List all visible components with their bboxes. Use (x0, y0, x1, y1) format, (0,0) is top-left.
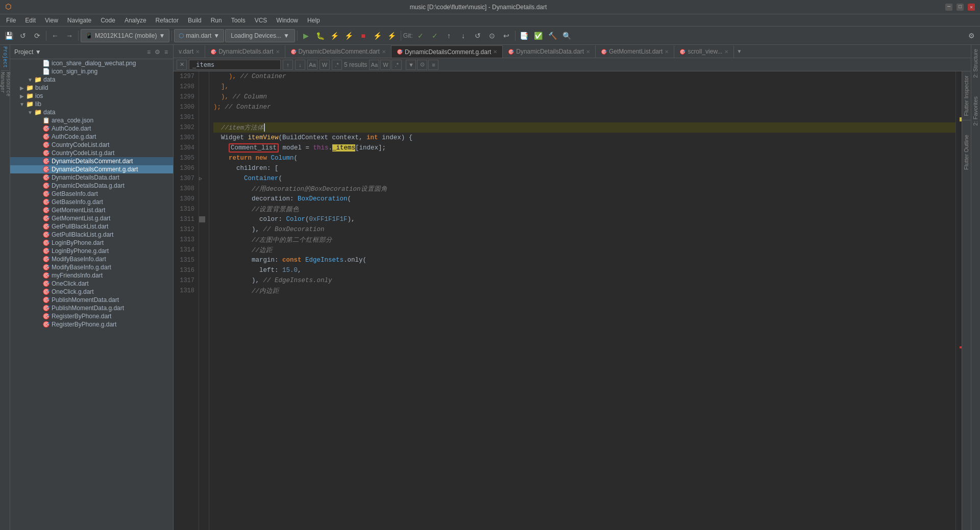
gear-icon[interactable]: ≡ (163, 47, 169, 57)
tree-item-getmomentlist[interactable]: 🎯 GetMomentList.dart (10, 206, 173, 214)
tree-item-authcode[interactable]: 🎯 AuthCode.dart (10, 124, 173, 133)
tree-item-authcode-g[interactable]: 🎯 AuthCode.g.dart (10, 133, 173, 141)
breakpoint-icon[interactable] (199, 216, 205, 222)
project-icon[interactable]: Project (0, 51, 11, 63)
flutter-inspector-tab[interactable]: Flutter Inspector (962, 71, 971, 120)
close-button[interactable]: ✕ (968, 4, 975, 11)
tree-item-countrycodelist-g[interactable]: 🎯 CountryCodeList.g.dart (10, 149, 173, 157)
tab-dynamicdetailsdata[interactable]: 🎯 DynamicDetailsData.dart ✕ (503, 45, 596, 58)
tab-dynamicdetails[interactable]: 🎯 DynamicDetails.dart ✕ (205, 45, 285, 58)
loading-devices-btn[interactable]: Loading Devices... ▼ (225, 29, 295, 42)
menu-help[interactable]: Help (303, 16, 324, 25)
tree-item-loginbyphone[interactable]: 🎯 LoginByPhone.dart (10, 239, 173, 247)
code-editor[interactable]: 1297 1298 1299 1300 1301 1302 1303 1304 … (174, 71, 962, 530)
tab-getmomentlist[interactable]: 🎯 GetMomentList.dart ✕ (596, 45, 674, 58)
close-tab-icon[interactable]: ✕ (724, 49, 728, 55)
menu-vcs[interactable]: VCS (251, 16, 272, 25)
toolbar-save-btn[interactable]: 💾 (2, 29, 15, 42)
maximize-button[interactable]: □ (957, 4, 964, 11)
structure-tab[interactable]: 2: Structure (971, 45, 980, 82)
git-revert-btn[interactable]: ↩ (500, 29, 513, 42)
tree-item-modifybaseinfo[interactable]: 🎯 ModifyBaseInfo.dart (10, 255, 173, 263)
tree-item-lib[interactable]: ▼ 📁 lib (10, 100, 173, 108)
match-word-btn[interactable]: W (320, 60, 330, 70)
tab-dynamicdetailscomment-g[interactable]: 🎯 DynamicDetailsComment.g.dart ✕ (391, 45, 503, 58)
bookmark-btn[interactable]: 📑 (518, 29, 531, 42)
profile-btn[interactable]: ⚡ (342, 29, 356, 42)
hot-restart-btn[interactable]: ⚡ (385, 29, 399, 42)
settings-icon[interactable]: ⚙ (154, 47, 161, 57)
match-case-btn[interactable]: Aa (307, 60, 317, 70)
tree-item-registerbyphone-g[interactable]: 🎯 RegisterByPhone.g.dart (10, 320, 173, 329)
tree-item-loginbyphone-g[interactable]: 🎯 LoginByPhone.g.dart (10, 247, 173, 255)
tree-item-getpullblacklist[interactable]: 🎯 GetPullBlackList.dart (10, 222, 173, 231)
tree-item-getbaseinfo-g[interactable]: 🎯 GetBaseInfo.g.dart (10, 198, 173, 206)
toolbar-refresh-btn[interactable]: ⟳ (31, 29, 44, 42)
next-result-btn[interactable]: ↓ (295, 60, 305, 70)
git-fetch-btn[interactable]: ↓ (457, 29, 470, 42)
menu-file[interactable]: File (2, 16, 20, 25)
tree-item-dynamicdetailsdata-g[interactable]: 🎯 DynamicDetailsData.g.dart (10, 182, 173, 190)
close-tab-icon[interactable]: ✕ (493, 49, 497, 55)
tab-v-dart[interactable]: v.dart ✕ (174, 45, 205, 58)
tree-item-dynamicdetailscomment[interactable]: 🎯 DynamicDetailsComment.dart (10, 157, 173, 165)
tree-item-getpullblacklist-g[interactable]: 🎯 GetPullBlackList.g.dart (10, 231, 173, 239)
menu-navigate[interactable]: Navigate (63, 16, 95, 25)
minimize-button[interactable]: ─ (945, 4, 952, 11)
menu-build[interactable]: Build (184, 16, 206, 25)
tree-item-modifybaseinfo-g[interactable]: 🎯 ModifyBaseInfo.g.dart (10, 263, 173, 271)
tab-dynamicdetailscomment[interactable]: 🎯 DynamicDetailsComment.dart ✕ (285, 45, 391, 58)
tab-scrollview[interactable]: 🎯 scroll_view... ✕ (674, 45, 734, 58)
tree-item-publishmomentdata[interactable]: 🎯 PublishMomentData.dart (10, 296, 173, 304)
close-tab-icon[interactable]: ✕ (276, 49, 280, 55)
tree-item-data-1[interactable]: ▼ 📁 data (10, 75, 173, 84)
prev-result-btn[interactable]: ↑ (283, 60, 293, 70)
close-tab-icon[interactable]: ✕ (195, 49, 200, 55)
tree-item-dynamicdetailsdata[interactable]: 🎯 DynamicDetailsData.dart (10, 173, 173, 182)
cover-btn[interactable]: ⚡ (328, 29, 341, 42)
tree-item-data-2[interactable]: ▼ 📁 data (10, 108, 173, 116)
debug-btn[interactable]: 🐛 (314, 29, 327, 42)
toolbar-back-btn[interactable]: ← (48, 29, 62, 42)
tree-item-getmomentlist-g[interactable]: 🎯 GetMomentList.g.dart (10, 214, 173, 222)
tree-item-getbaseinfo[interactable]: 🎯 GetBaseInfo.dart (10, 190, 173, 198)
tree-item-countrycodelist[interactable]: 🎯 CountryCodeList.dart (10, 141, 173, 149)
tree-item-build[interactable]: ▶ 📁 build (10, 84, 173, 92)
search-everywhere-btn[interactable]: 🔍 (560, 29, 574, 42)
build-btn[interactable]: 🔨 (546, 29, 559, 42)
tree-item-oneclick[interactable]: 🎯 OneClick.dart (10, 280, 173, 288)
case-btn[interactable]: Aa (369, 60, 379, 70)
tree-item-ios[interactable]: ▶ 📁 ios (10, 92, 173, 100)
menu-window[interactable]: Window (272, 16, 302, 25)
settings-btn[interactable]: ⚙ (965, 29, 978, 42)
tree-item-icon-share[interactable]: 📄 icon_share_dialog_wechat.png (10, 59, 173, 67)
toolbar-sync-btn[interactable]: ↺ (16, 29, 30, 42)
git-history-btn[interactable]: ⊙ (485, 29, 499, 42)
search-input[interactable] (189, 60, 281, 70)
match-filter-btn[interactable]: .* (391, 60, 402, 70)
filter-results-btn[interactable]: ▼ (406, 60, 416, 70)
flutter-outline-tab[interactable]: Flutter Outline (962, 131, 971, 174)
hot-reload-btn[interactable]: ⚡ (371, 29, 384, 42)
toolbar-forward-btn[interactable]: → (63, 29, 76, 42)
branch-dropdown[interactable]: ⬡ main.dart ▼ (174, 29, 224, 42)
tree-item-icon-signin[interactable]: 📄 icon_sign_in.png (10, 67, 173, 75)
close-tab-icon[interactable]: ✕ (382, 49, 386, 55)
menu-run[interactable]: Run (207, 16, 226, 25)
tree-item-oneclick-g[interactable]: 🎯 OneClick.g.dart (10, 288, 173, 296)
git-check-btn[interactable]: ✓ (414, 29, 427, 42)
filter-icon-btn[interactable]: ⊙ (417, 60, 427, 70)
git-pull-btn[interactable]: ↑ (443, 29, 456, 42)
window-controls[interactable]: ─ □ ✕ (945, 4, 975, 11)
git-push-btn[interactable]: ✓ (428, 29, 442, 42)
tree-item-publishmomentdata-g[interactable]: 🎯 PublishMomentData.g.dart (10, 304, 173, 312)
menu-view[interactable]: View (41, 16, 62, 25)
tree-item-dynamicdetailscomment-g[interactable]: 🎯 DynamicDetailsComment.g.dart (10, 165, 173, 173)
close-tab-icon[interactable]: ✕ (586, 49, 590, 55)
tabs-overflow-btn[interactable]: ▼ (734, 45, 744, 58)
tree-item-registerbyphone[interactable]: 🎯 RegisterByPhone.dart (10, 312, 173, 320)
menu-analyze[interactable]: Analyze (120, 16, 151, 25)
todo-btn[interactable]: ✅ (532, 29, 545, 42)
close-search-btn[interactable]: ✕ (177, 60, 187, 70)
options-btn[interactable]: ≡ (428, 60, 438, 70)
